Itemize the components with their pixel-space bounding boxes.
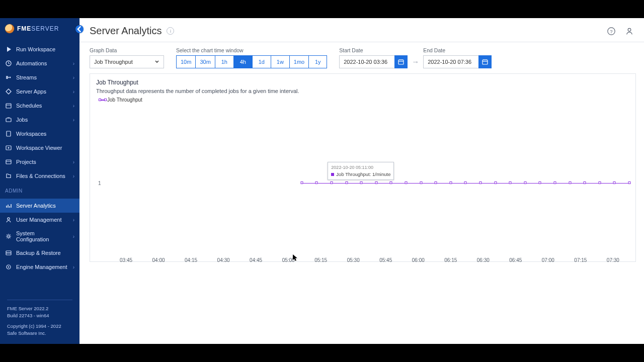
svg-rect-8 (6, 160, 11, 164)
x-tick: 04:00 (152, 257, 165, 263)
sidebar-item-label: Schedules (16, 103, 42, 109)
sidebar-item-server-apps[interactable]: Server Apps› (0, 84, 79, 99)
time-buttons: 10m30m1h4h1d1w1mo1y (176, 55, 327, 68)
x-tick: 05:30 (347, 257, 360, 263)
chart-point[interactable] (375, 182, 377, 184)
brand-text: FMESERVER (17, 25, 59, 32)
sidebar-item-run-workspace[interactable]: Run Workspace (0, 42, 79, 56)
end-date-picker-button[interactable] (478, 55, 492, 68)
sidebar-item-workspaces[interactable]: Workspaces (0, 127, 79, 141)
svg-rect-12 (6, 251, 11, 253)
chart-point[interactable] (569, 182, 571, 184)
sidebar-item-streams[interactable]: Streams› (0, 70, 79, 84)
sidebar-item-projects[interactable]: Projects› (0, 155, 79, 169)
chart-point[interactable] (330, 182, 333, 184)
sidebar-footer: FME Server 2022.2 Build 22743 - win64 Co… (0, 295, 79, 344)
chart-card: Job Throughput Throughput data represent… (90, 73, 636, 262)
help-icon[interactable]: ? (607, 27, 616, 36)
chevron-right-icon: › (73, 75, 74, 80)
sidebar-item-automations[interactable]: Automations› (0, 56, 79, 70)
user-icon[interactable] (625, 27, 634, 36)
graph-data-select[interactable]: Job Throughput (90, 55, 164, 68)
sidebar-item-backup-restore[interactable]: Backup & Restore (0, 246, 79, 260)
sidebar-item-schedules[interactable]: Schedules› (0, 99, 79, 113)
time-window-label: Select the chart time window (176, 47, 327, 53)
sidebar-item-label: Jobs (16, 117, 28, 123)
start-date-input[interactable]: 2022-10-20 03:36 (339, 55, 394, 68)
chart-point[interactable] (390, 182, 392, 184)
sidebar-item-label: Engine Management (16, 264, 67, 270)
sidebar-item-jobs[interactable]: Jobs› (0, 113, 79, 127)
date-range-group: Start Date 2022-10-20 03:36 → End Date 2… (339, 47, 492, 68)
end-date-input[interactable]: 2022-10-20 07:36 (423, 55, 478, 68)
chart-point[interactable] (435, 182, 437, 184)
svg-text:?: ? (610, 29, 612, 34)
chart-legend[interactable]: Job Throughput (100, 97, 629, 103)
chart-point[interactable] (315, 182, 318, 184)
sidebar-item-label: Automations (16, 60, 47, 66)
chart-point[interactable] (420, 182, 422, 184)
x-tick: 05:00 (282, 257, 295, 263)
chart-point[interactable] (524, 182, 526, 184)
sidebar-item-workspace-viewer[interactable]: Workspace Viewer (0, 141, 79, 155)
chart-plot-area[interactable]: 1 2022-10-20 05:11:00 Job Throughput: 1/… (100, 108, 629, 258)
apps-icon (5, 88, 12, 95)
chevron-down-icon (154, 59, 159, 64)
chevron-right-icon: › (73, 159, 74, 165)
time-window-4h[interactable]: 4h (233, 55, 252, 68)
chart-point[interactable] (345, 182, 348, 184)
svg-rect-19 (398, 60, 404, 64)
jobs-icon (5, 116, 12, 123)
viewer-icon (5, 144, 12, 151)
nav-admin: Server AnalyticsUser Management›System C… (0, 199, 79, 274)
sidebar-header: FMESERVER (0, 18, 79, 39)
time-window-10m[interactable]: 10m (176, 55, 195, 68)
chart-point[interactable] (494, 182, 497, 184)
info-icon[interactable]: i (167, 27, 174, 35)
y-tick: 1 (98, 180, 101, 186)
page-title: Server Analytics (90, 25, 162, 37)
time-window-1h[interactable]: 1h (215, 55, 233, 68)
chart-point[interactable] (598, 182, 601, 184)
time-window-1y[interactable]: 1y (308, 55, 327, 68)
chart-point[interactable] (584, 182, 586, 184)
x-tick: 06:15 (444, 257, 457, 263)
time-window-1mo[interactable]: 1mo (289, 55, 308, 68)
collapse-sidebar-button[interactable] (75, 25, 84, 33)
backup-icon (5, 249, 12, 256)
chart-series-line (302, 183, 629, 184)
sidebar-item-label: Streams (16, 74, 37, 80)
sidebar-item-files-connections[interactable]: Files & Connections› (0, 169, 79, 183)
chart-point[interactable] (405, 182, 407, 184)
chart-point[interactable] (300, 182, 303, 184)
sidebar-item-server-analytics[interactable]: Server Analytics (0, 199, 79, 213)
workspaces-icon (5, 130, 12, 137)
time-window-1w[interactable]: 1w (271, 55, 289, 68)
chart-point[interactable] (628, 182, 631, 184)
x-tick: 07:00 (542, 257, 554, 263)
time-window-1d[interactable]: 1d (252, 55, 271, 68)
chart-point[interactable] (360, 182, 363, 184)
legend-marker-icon (100, 100, 105, 101)
sidebar-item-engine-management[interactable]: Engine Management› (0, 260, 79, 274)
sidebar-item-system-configuration[interactable]: System Configuration› (0, 227, 79, 246)
svg-rect-2 (6, 104, 11, 108)
svg-point-18 (628, 28, 631, 31)
chart-point[interactable] (553, 182, 556, 184)
start-date-picker-button[interactable] (394, 55, 408, 68)
chart-point[interactable] (613, 182, 616, 184)
end-date-label: End Date (423, 47, 492, 53)
chart-point[interactable] (479, 182, 481, 184)
sidebar-item-user-management[interactable]: User Management› (0, 213, 79, 227)
chart-point[interactable] (509, 182, 512, 184)
topbar: Server Analytics i ? (79, 18, 644, 42)
x-tick: 07:30 (607, 257, 619, 263)
x-tick: 07:15 (574, 257, 587, 263)
chart-point[interactable] (464, 182, 467, 184)
nav-main: Run WorkspaceAutomations›Streams›Server … (0, 42, 79, 183)
chart-point[interactable] (449, 182, 452, 184)
chart-point[interactable] (539, 182, 541, 184)
time-window-30m[interactable]: 30m (195, 55, 214, 68)
sidebar-item-label: Server Apps (16, 88, 46, 95)
chevron-right-icon: › (73, 173, 74, 179)
